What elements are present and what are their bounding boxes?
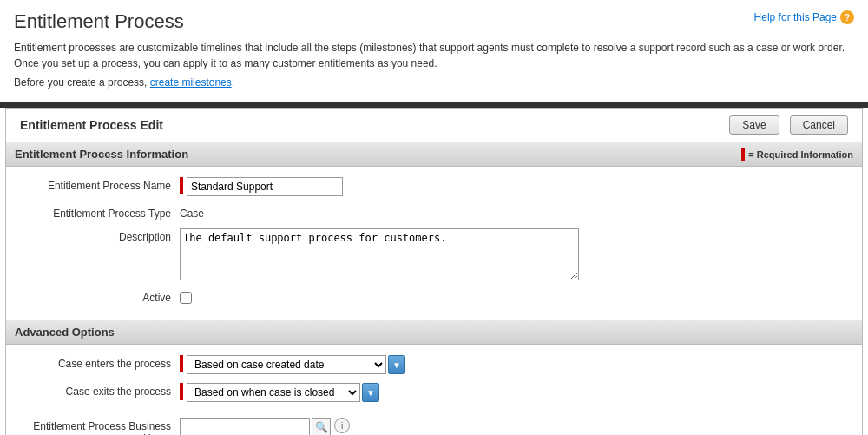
edit-section-header: Entitlement Process Edit Save Cancel bbox=[6, 109, 862, 142]
active-checkbox[interactable] bbox=[180, 292, 192, 304]
biz-hours-search-button[interactable]: 🔍 bbox=[312, 418, 331, 435]
exits-select-wrap: Based on when case is closed Based on ca… bbox=[187, 383, 379, 402]
biz-hours-info-button[interactable]: i bbox=[334, 418, 350, 433]
top-save-button[interactable]: Save bbox=[729, 115, 779, 135]
advanced-section-header: Advanced Options bbox=[6, 320, 862, 345]
before-text-suffix: . bbox=[232, 76, 234, 89]
page-header: Entitlement Process Help for this Page ?… bbox=[0, 0, 868, 94]
exits-control-wrap: Based on when case is closed Based on ca… bbox=[180, 383, 862, 402]
active-row: Active bbox=[6, 287, 862, 306]
type-label: Entitlement Process Type bbox=[6, 205, 180, 220]
name-input[interactable] bbox=[187, 177, 343, 196]
info-section-header: Entitlement Process Information = Requir… bbox=[6, 142, 862, 167]
description-label: Description bbox=[6, 228, 180, 243]
help-link-text: Help for this Page bbox=[754, 11, 837, 23]
before-text-prefix: Before you create a process, bbox=[14, 76, 150, 89]
exits-required-indicator bbox=[180, 383, 183, 400]
create-milestones-link[interactable]: create milestones bbox=[150, 76, 232, 89]
active-control-wrap bbox=[180, 289, 862, 304]
enters-select-arrow: ▼ bbox=[388, 355, 405, 374]
info-section-title: Entitlement Process Information bbox=[15, 148, 188, 161]
biz-hours-row: Entitlement Process Business Hours 🔍 i bbox=[6, 416, 862, 435]
required-info-label: = Required Information bbox=[748, 149, 853, 160]
exits-label: Case exits the process bbox=[6, 383, 180, 398]
biz-hours-label: Entitlement Process Business Hours bbox=[6, 418, 180, 435]
name-row: Entitlement Process Name bbox=[6, 175, 862, 198]
enters-control-wrap: Based on case created date Based on case… bbox=[180, 355, 862, 374]
required-info: = Required Information bbox=[741, 148, 853, 161]
biz-hours-control-wrap: 🔍 i bbox=[180, 418, 862, 435]
description-textarea[interactable]: The default support process for customer… bbox=[180, 228, 579, 280]
type-row: Entitlement Process Type Case bbox=[6, 203, 862, 221]
advanced-form-area: Case enters the process Based on case cr… bbox=[6, 345, 862, 435]
name-control-wrap bbox=[180, 177, 862, 196]
top-cancel-button[interactable]: Cancel bbox=[790, 115, 848, 135]
name-label: Entitlement Process Name bbox=[6, 177, 180, 192]
enters-row: Case enters the process Based on case cr… bbox=[6, 353, 862, 376]
exits-select-arrow: ▼ bbox=[362, 383, 379, 402]
name-required-indicator bbox=[180, 177, 183, 194]
help-icon: ? bbox=[840, 10, 854, 24]
page-description-line2: Before you create a process, create mile… bbox=[14, 76, 854, 89]
advanced-section-title: Advanced Options bbox=[15, 326, 115, 339]
biz-hours-input[interactable] bbox=[180, 418, 310, 435]
enters-select-wrap: Based on case created date Based on case… bbox=[187, 355, 405, 374]
enters-select[interactable]: Based on case created date Based on case… bbox=[187, 355, 386, 374]
type-control-wrap: Case bbox=[180, 205, 862, 220]
exits-select[interactable]: Based on when case is closed Based on ca… bbox=[187, 383, 360, 402]
description-row: Description The default support process … bbox=[6, 227, 862, 282]
enters-label: Case enters the process bbox=[6, 355, 180, 370]
page-title: Entitlement Process bbox=[14, 10, 854, 33]
help-link[interactable]: Help for this Page ? bbox=[754, 10, 854, 24]
description-control-wrap: The default support process for customer… bbox=[180, 228, 862, 280]
active-label: Active bbox=[6, 289, 180, 304]
enters-required-indicator bbox=[180, 355, 183, 372]
type-value: Case bbox=[180, 205, 204, 220]
required-bar-icon bbox=[741, 148, 745, 161]
advanced-section: Advanced Options Case enters the process… bbox=[6, 320, 862, 435]
edit-section-title: Entitlement Process Edit bbox=[20, 118, 719, 132]
exits-row: Case exits the process Based on when cas… bbox=[6, 381, 862, 404]
page-description-line1: Entitlement processes are customizable t… bbox=[14, 40, 854, 71]
main-container: Entitlement Process Edit Save Cancel Ent… bbox=[5, 108, 863, 435]
info-form-area: Entitlement Process Name Entitlement Pro… bbox=[6, 167, 862, 320]
